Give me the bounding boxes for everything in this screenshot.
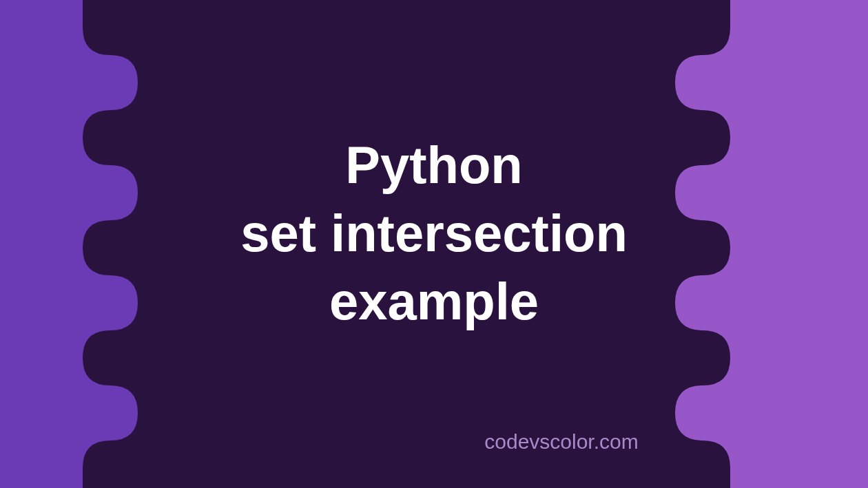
title-line-2: set intersection xyxy=(240,200,628,268)
attribution-text: codevscolor.com xyxy=(127,430,868,454)
title-line-3: example xyxy=(240,268,628,336)
banner-container: Python set intersection example codevsco… xyxy=(0,0,868,488)
banner-title: Python set intersection example xyxy=(240,131,628,335)
content-wrapper: Python set intersection example codevsco… xyxy=(0,0,868,488)
title-line-1: Python xyxy=(240,131,628,200)
